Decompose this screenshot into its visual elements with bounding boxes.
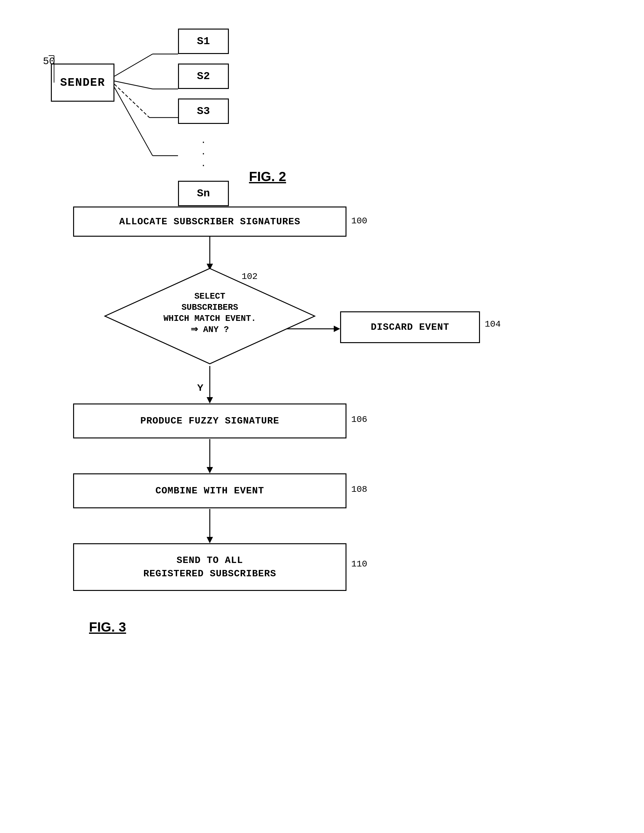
svg-text:SELECT: SELECT <box>194 292 225 301</box>
fig2-title: FIG. 2 <box>249 169 286 184</box>
svg-marker-13 <box>207 397 213 404</box>
svg-line-4 <box>114 81 153 89</box>
sender-box: SENDER <box>51 64 114 102</box>
node-100: ALLOCATE SUBSCRIBER SIGNATURES <box>73 206 346 237</box>
svg-text:SUBSCRIBERS: SUBSCRIBERS <box>182 303 238 312</box>
ref-108: 108 <box>351 484 367 494</box>
fig3-title: FIG. 3 <box>89 619 126 635</box>
page: 50 SENDER <box>0 0 644 833</box>
sub-box-s3: S3 <box>178 98 229 124</box>
svg-text:WHICH MATCH EVENT.: WHICH MATCH EVENT. <box>163 314 256 323</box>
svg-marker-15 <box>334 326 340 332</box>
sub-box-s2: S2 <box>178 64 229 89</box>
sender-label: SENDER <box>60 76 105 89</box>
fig2-section: 50 SENDER <box>26 19 312 178</box>
svg-line-6 <box>114 84 150 117</box>
svg-text:⇒ ANY ?: ⇒ ANY ? <box>191 325 229 334</box>
node-104: DISCARD EVENT <box>340 311 480 343</box>
dots: ... <box>178 133 229 171</box>
svg-line-2 <box>114 54 153 76</box>
svg-marker-19 <box>207 537 213 543</box>
ref-106: 106 <box>351 415 367 425</box>
svg-line-8 <box>114 87 153 156</box>
sub-box-s1: S1 <box>178 29 229 54</box>
ref-100: 100 <box>351 216 367 226</box>
flowchart-container: Y N ALLOCATE SUBSCRIBER SIGNATURES 100 S… <box>26 197 566 801</box>
node-108: COMBINE WITH EVENT <box>73 473 346 508</box>
node-110: SEND TO ALL REGISTERED SUBSCRIBERS <box>73 543 346 591</box>
svg-text:Y: Y <box>197 382 203 393</box>
ref-104: 104 <box>485 319 501 329</box>
node-106: PRODUCE FUZZY SIGNATURE <box>73 404 346 438</box>
fig3-section: Y N ALLOCATE SUBSCRIBER SIGNATURES 100 S… <box>26 197 566 801</box>
svg-marker-17 <box>207 467 213 473</box>
subscriber-boxes: S1 S2 S3 ... Sn <box>178 29 229 206</box>
ref-110: 110 <box>351 559 367 569</box>
node-102: SELECT SUBSCRIBERS WHICH MATCH EVENT. ⇒ … <box>103 267 316 365</box>
ref-102: 102 <box>242 272 258 281</box>
